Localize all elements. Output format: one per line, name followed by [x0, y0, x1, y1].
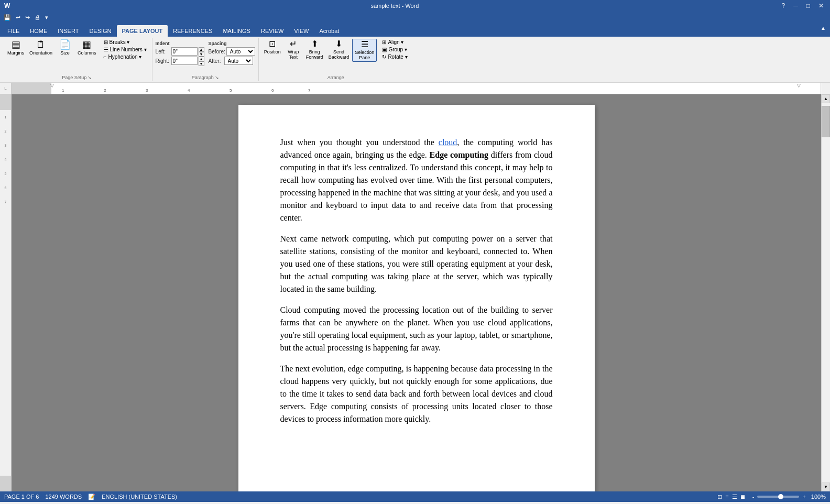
line-numbers-button[interactable]: ☰ Line Numbers ▾ [102, 46, 149, 53]
indent-right-row: Right: ▲ ▼ [156, 57, 204, 65]
view-print-icon[interactable]: ⊡ [717, 494, 722, 500]
position-button[interactable]: ⊡ Position [262, 39, 283, 56]
zoom-in-button[interactable]: + [802, 494, 805, 500]
bring-forward-icon: ⬆ [311, 40, 318, 48]
zoom-thumb[interactable] [778, 494, 783, 499]
qat-print-button[interactable]: 🖨 [33, 14, 42, 21]
spacing-block: Spacing Before: Auto 0pt 6pt 12pt After: [209, 41, 255, 65]
word-logo-icon: W [4, 2, 10, 9]
spacing-after-label: After: [209, 58, 223, 64]
scroll-down-button[interactable]: ▼ [822, 483, 830, 491]
indent-right-down[interactable]: ▼ [199, 61, 204, 66]
restore-icon[interactable]: □ [804, 2, 812, 9]
close-icon[interactable]: ✕ [816, 2, 826, 9]
arrange-col2: ↵ WrapText [284, 39, 303, 61]
indent-left-down[interactable]: ▼ [199, 52, 204, 57]
size-icon: 📄 [59, 40, 71, 49]
page-setup-col4: ▦ Columns [75, 39, 99, 57]
main-area: 1 2 3 4 5 6 7 Just when you thought you … [0, 94, 830, 491]
ruler-corner-toggle[interactable]: L [0, 83, 11, 94]
vertical-ruler-white: 1 2 3 4 5 6 7 [0, 110, 11, 476]
scroll-up-button[interactable]: ▲ [822, 94, 830, 103]
qat-save-button[interactable]: 💾 [2, 14, 13, 21]
indent-right-input[interactable] [171, 57, 198, 65]
indent-right-label: Right: [156, 58, 170, 64]
page-setup-col1: ▤ Margins [5, 39, 26, 57]
tab-mailings[interactable]: MAILINGS [217, 25, 256, 37]
ruler: L 1 2 3 4 5 6 7 ▽ ▽ [0, 83, 830, 94]
tab-home[interactable]: HOME [25, 25, 52, 37]
help-icon[interactable]: ? [780, 2, 788, 9]
group-button[interactable]: ▣ Group ▾ [380, 46, 409, 53]
spacing-title: Spacing [209, 41, 255, 46]
indent-right-up[interactable]: ▲ [199, 57, 204, 61]
vruler-tick-5: 5 [5, 172, 7, 176]
zoom-out-button[interactable]: - [752, 494, 755, 500]
scroll-track[interactable] [822, 103, 830, 483]
group-icon: ▣ [382, 47, 387, 52]
indent-left-input[interactable] [171, 47, 198, 56]
tab-insert[interactable]: INSERT [52, 25, 84, 37]
ribbon: ▤ Margins 🗒 Orientation 📄 Size ▦ [0, 37, 830, 83]
ruler-left-indent-marker[interactable]: ▽ [50, 83, 54, 88]
title-bar-controls: ? ─ □ ✕ [780, 2, 826, 9]
tab-file[interactable]: FILE [2, 25, 25, 37]
qat-redo-button[interactable]: ↪ [24, 14, 31, 21]
zoom-slider[interactable] [757, 496, 799, 498]
columns-button[interactable]: ▦ Columns [75, 39, 99, 57]
size-button[interactable]: 📄 Size [56, 39, 74, 57]
title-bar: W sample text - Word ? ─ □ ✕ [0, 0, 830, 12]
columns-icon: ▦ [82, 40, 91, 49]
position-label: Position [264, 49, 281, 54]
align-button[interactable]: ⊞ Align ▾ [380, 39, 409, 46]
tab-view[interactable]: VIEW [289, 25, 314, 37]
indent-left-up[interactable]: ▲ [199, 47, 204, 52]
word-count: 1249 WORDS [45, 494, 82, 500]
align-icon: ⊞ [382, 39, 386, 45]
ribbon-tabs: FILE HOME INSERT DESIGN PAGE LAYOUT REFE… [0, 23, 830, 37]
selection-pane-button[interactable]: ☰ SelectionPane [352, 39, 377, 62]
view-draft-icon[interactable]: ≣ [740, 494, 745, 500]
arrange-label: Arrange [262, 75, 410, 80]
margins-button[interactable]: ▤ Margins [5, 39, 26, 57]
document-area[interactable]: Just when you thought you understood the… [12, 94, 821, 491]
view-outline-icon[interactable]: ☰ [732, 494, 737, 500]
wrap-text-button[interactable]: ↵ WrapText [284, 39, 303, 61]
ribbon-collapse-icon[interactable]: ▲ [821, 25, 826, 31]
view-web-icon[interactable]: ≡ [725, 494, 728, 500]
indent-left-label: Left: [156, 49, 170, 54]
zoom-level: 100% [811, 494, 826, 500]
tab-page-layout[interactable]: PAGE LAYOUT [117, 25, 168, 37]
cloud-link[interactable]: cloud [439, 138, 457, 147]
ribbon-tab-expand[interactable]: ▲ [344, 25, 828, 37]
paragraph-dialog-icon[interactable]: ↘ [215, 75, 219, 80]
bring-forward-button[interactable]: ⬆ BringForward [304, 39, 325, 61]
arrange-content: ⊡ Position ↵ WrapText ⬆ BringForward ⬇ [262, 39, 410, 74]
document-page: Just when you thought you understood the… [238, 105, 595, 491]
orientation-button[interactable]: 🗒 Orientation [27, 39, 54, 57]
qat-undo-button[interactable]: ↩ [14, 14, 22, 21]
tab-design[interactable]: DESIGN [84, 25, 116, 37]
spacing-before-label: Before: [209, 49, 225, 54]
breaks-button[interactable]: ⊞ Breaks ▾ [102, 39, 149, 46]
selection-pane-label: SelectionPane [355, 50, 374, 60]
minimize-icon[interactable]: ─ [791, 2, 800, 9]
qat-customize-button[interactable]: ▾ [43, 14, 50, 21]
page-setup-content: ▤ Margins 🗒 Orientation 📄 Size ▦ [5, 39, 149, 74]
spacing-before-row: Before: Auto 0pt 6pt 12pt [209, 47, 255, 56]
ruler-right-indent-marker[interactable]: ▽ [797, 83, 801, 88]
send-backward-button[interactable]: ⬇ SendBackward [326, 39, 352, 61]
tab-review[interactable]: REVIEW [256, 25, 289, 37]
ribbon-group-page-setup: ▤ Margins 🗒 Orientation 📄 Size ▦ [2, 38, 152, 81]
tab-acrobat[interactable]: Acrobat [314, 25, 344, 37]
size-label: Size [60, 50, 70, 56]
tab-references[interactable]: REFERENCES [168, 25, 217, 37]
hyphenation-button[interactable]: ⌐ Hyphenation ▾ [102, 53, 149, 60]
page-setup-dialog-icon[interactable]: ↘ [88, 75, 92, 80]
spacing-before-select[interactable]: Auto 0pt 6pt 12pt [226, 47, 255, 56]
scroll-thumb[interactable] [822, 106, 830, 137]
spacing-after-select[interactable]: Auto 0pt 6pt 12pt [224, 57, 253, 65]
bold-text-edge-computing: Edge computing [430, 150, 488, 159]
rotate-button[interactable]: ↻ Rotate ▾ [380, 53, 409, 60]
arrange-col3: ⬆ BringForward [304, 39, 325, 61]
